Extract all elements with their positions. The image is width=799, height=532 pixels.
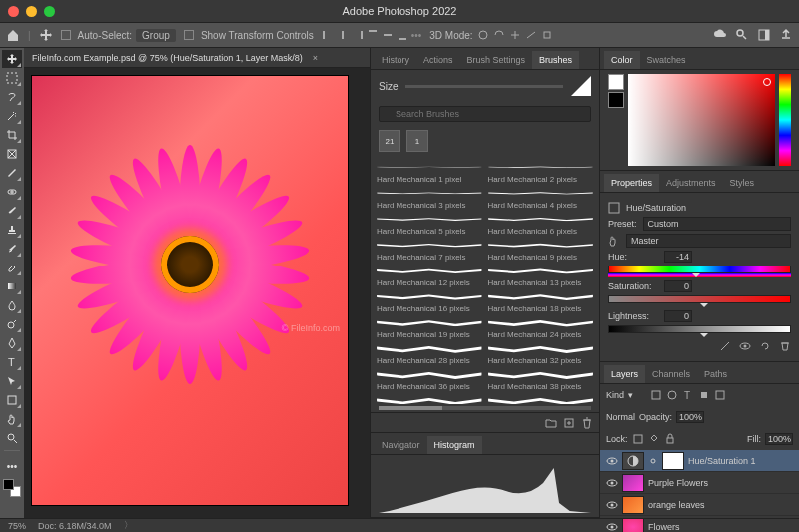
sat-value[interactable]: 0: [664, 280, 692, 292]
tab-channels[interactable]: Channels: [645, 365, 697, 383]
close-tab-icon[interactable]: ×: [313, 53, 318, 63]
auto-select-dropdown[interactable]: Group: [136, 29, 176, 42]
workspace-icon[interactable]: [757, 28, 771, 42]
eyedropper-tool[interactable]: [2, 164, 22, 182]
lock-all-icon[interactable]: [664, 433, 676, 445]
trash-icon[interactable]: [581, 417, 593, 429]
pen-tool[interactable]: [2, 334, 22, 352]
search-brushes-input[interactable]: [379, 106, 591, 122]
brush-item[interactable]: Hard Mechanical 2 pixels: [488, 160, 594, 184]
align-left-icon[interactable]: [322, 29, 334, 41]
brush-item[interactable]: Hard Mechanical 6 pixels: [488, 212, 594, 236]
layer-row[interactable]: Flowers: [600, 516, 799, 532]
hand-channel-icon[interactable]: [608, 235, 620, 247]
brush-item[interactable]: Hard Mechanical 7 pixels: [377, 238, 482, 262]
brush-thumb-b[interactable]: 1: [406, 130, 428, 152]
brush-item[interactable]: Hard Mechanical 12 pixels: [377, 264, 482, 287]
brush-tool[interactable]: [2, 202, 22, 220]
align-center-v-icon[interactable]: [382, 29, 394, 41]
brush-thumb-a[interactable]: 21: [379, 130, 400, 152]
eraser-tool[interactable]: [2, 259, 22, 276]
tab-color[interactable]: Color: [604, 51, 640, 69]
hue-slider-prop[interactable]: [608, 266, 791, 277]
hand-tool[interactable]: [2, 410, 22, 428]
hue-value[interactable]: -14: [664, 251, 692, 263]
kind-select[interactable]: ▾: [628, 390, 646, 400]
artboard[interactable]: document.write(Array.from({length:26},(_…: [32, 76, 348, 505]
sat-slider[interactable]: [608, 295, 791, 307]
size-slider[interactable]: [405, 85, 563, 88]
minimize-window-button[interactable]: [26, 6, 37, 17]
tab-adjustments[interactable]: Adjustments: [659, 174, 723, 192]
brush-item[interactable]: Hard Mechanical 18 pixels: [488, 289, 594, 313]
document-tab[interactable]: FileInfo.com Example.psd @ 75% (Hue/Satu…: [24, 48, 370, 68]
history-brush-tool[interactable]: [2, 240, 22, 258]
layer-row[interactable]: Purple Flowers: [600, 472, 799, 494]
blend-mode-select[interactable]: Normal: [606, 412, 635, 422]
type-tool[interactable]: T: [2, 353, 22, 371]
transform-checkbox[interactable]: [184, 30, 194, 40]
3d-scale-icon[interactable]: [541, 29, 553, 41]
hue-slider[interactable]: [779, 74, 791, 166]
preset-select[interactable]: Custom: [643, 217, 791, 231]
wand-tool[interactable]: [2, 107, 22, 125]
path-select-tool[interactable]: [2, 372, 22, 390]
visibility-icon[interactable]: [606, 521, 618, 533]
lasso-tool[interactable]: [2, 88, 22, 106]
filter-smart-icon[interactable]: [714, 389, 726, 401]
visibility-icon[interactable]: [606, 455, 618, 467]
maximize-window-button[interactable]: [44, 6, 55, 17]
lock-pixels-icon[interactable]: [632, 433, 644, 445]
channel-select[interactable]: Master: [626, 234, 791, 248]
fg-color[interactable]: [608, 74, 624, 90]
move-tool[interactable]: [2, 50, 22, 68]
tab-swatches[interactable]: Swatches: [640, 51, 693, 69]
blur-tool[interactable]: [2, 296, 22, 314]
brush-item[interactable]: Hard Mechanical 5 pixels: [377, 212, 482, 236]
align-top-icon[interactable]: [367, 29, 379, 41]
align-center-h-icon[interactable]: [337, 29, 349, 41]
tab-styles[interactable]: Styles: [723, 174, 762, 192]
brush-item[interactable]: Hard Mechanical 24 pixels: [488, 315, 594, 339]
brush-preview-icon[interactable]: [571, 76, 591, 96]
3d-slide-icon[interactable]: [525, 29, 537, 41]
folder-icon[interactable]: [545, 417, 557, 429]
close-window-button[interactable]: [8, 6, 19, 17]
home-icon[interactable]: [6, 28, 20, 42]
brush-item[interactable]: Hard Mechanical 60 pixels: [488, 393, 594, 404]
crop-tool[interactable]: [2, 126, 22, 144]
shape-tool[interactable]: [2, 391, 22, 409]
3d-pan-icon[interactable]: [509, 29, 521, 41]
3d-roll-icon[interactable]: [493, 29, 505, 41]
auto-select-checkbox[interactable]: [61, 30, 71, 40]
filter-adjust-icon[interactable]: [666, 389, 678, 401]
brush-item[interactable]: Hard Mechanical 16 pixels: [377, 289, 482, 313]
brush-item[interactable]: Hard Mechanical 38 pixels: [488, 367, 594, 391]
layer-row[interactable]: Hue/Saturation 1: [600, 450, 799, 472]
gradient-tool[interactable]: [2, 277, 22, 295]
trash-icon[interactable]: [779, 340, 791, 352]
heal-tool[interactable]: [2, 183, 22, 201]
tab-history[interactable]: History: [375, 51, 416, 69]
tab-actions[interactable]: Actions: [416, 51, 460, 69]
fill-value[interactable]: 100%: [765, 433, 793, 445]
tab-layers[interactable]: Layers: [604, 365, 645, 383]
brush-item[interactable]: Hard Mechanical 32 pixels: [488, 341, 594, 365]
bg-color[interactable]: [608, 92, 624, 108]
layer-row[interactable]: orange leaves: [600, 494, 799, 516]
filter-pixel-icon[interactable]: [650, 389, 662, 401]
3d-orbit-icon[interactable]: [477, 29, 489, 41]
clip-icon[interactable]: [719, 340, 731, 352]
filter-type-icon[interactable]: T: [682, 389, 694, 401]
tab-histogram[interactable]: Histogram: [427, 436, 482, 454]
zoom-tool[interactable]: [2, 429, 22, 447]
brush-item[interactable]: Hard Mechanical 28 pixels: [377, 341, 482, 365]
reset-icon[interactable]: [759, 340, 771, 352]
brush-item[interactable]: Hard Mechanical 1 pixel: [377, 160, 482, 184]
tab-paths[interactable]: Paths: [697, 365, 734, 383]
tab-navigator[interactable]: Navigator: [375, 436, 427, 454]
lig-value[interactable]: 0: [664, 310, 692, 322]
align-right-icon[interactable]: [352, 29, 364, 41]
visibility-icon[interactable]: [606, 499, 618, 511]
visibility-icon[interactable]: [606, 477, 618, 489]
